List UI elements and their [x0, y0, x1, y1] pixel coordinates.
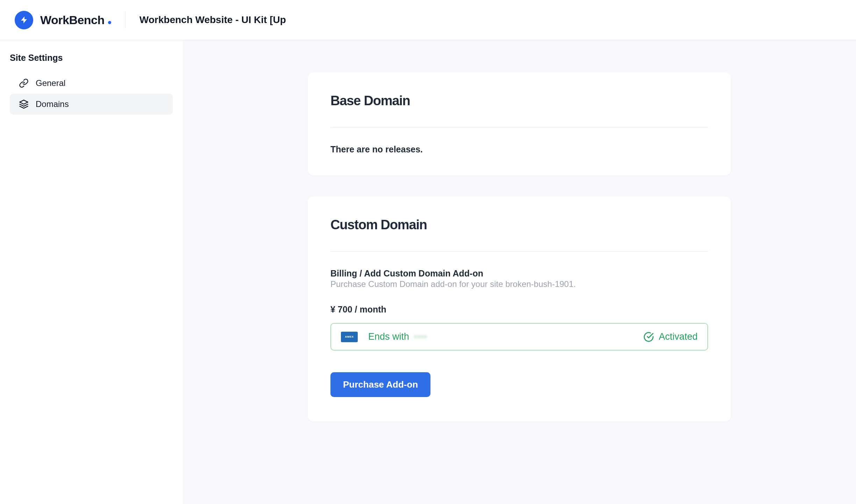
base-domain-body: There are no releases.	[330, 144, 708, 154]
card-brand-icon: AMEX	[341, 332, 358, 342]
header-divider	[125, 12, 126, 28]
svg-marker-0	[20, 100, 28, 104]
link-icon	[19, 78, 29, 88]
brand-logo-icon	[15, 11, 33, 29]
sidebar: Site Settings General Domains	[0, 40, 183, 504]
sidebar-item-label: General	[36, 78, 65, 88]
payment-ends-with: Ends with ••••	[368, 331, 427, 342]
sidebar-heading: Site Settings	[10, 53, 173, 63]
brand-dot-icon	[108, 21, 111, 24]
price-label: ¥ 700 / month	[330, 304, 708, 315]
payment-status: Activated	[643, 331, 698, 342]
app-header: WorkBench Workbench Website - UI Kit [Up	[0, 0, 856, 40]
sidebar-item-label: Domains	[36, 99, 69, 109]
payment-method-box[interactable]: AMEX Ends with •••• Activated	[330, 323, 708, 351]
card-divider	[330, 251, 708, 252]
brand-name: WorkBench	[40, 13, 111, 27]
base-domain-title: Base Domain	[330, 93, 708, 108]
base-domain-card: Base Domain There are no releases.	[308, 72, 731, 175]
billing-title: Billing / Add Custom Domain Add-on	[330, 268, 708, 279]
brand-logo-group[interactable]: WorkBench	[15, 11, 111, 29]
custom-domain-title: Custom Domain	[330, 217, 708, 232]
card-divider	[330, 127, 708, 128]
custom-domain-card: Custom Domain Billing / Add Custom Domai…	[308, 196, 731, 422]
billing-subtitle: Purchase Custom Domain add-on for your s…	[330, 279, 708, 289]
payment-masked-digits: ••••	[414, 331, 427, 342]
sidebar-item-general[interactable]: General	[10, 73, 173, 94]
purchase-addon-button[interactable]: Purchase Add-on	[330, 372, 430, 397]
layers-icon	[19, 99, 29, 109]
page-title: Workbench Website - UI Kit [Up	[140, 14, 286, 26]
bolt-icon	[20, 16, 28, 24]
check-circle-icon	[643, 332, 654, 342]
main-content: Base Domain There are no releases. Custo…	[183, 40, 856, 504]
sidebar-item-domains[interactable]: Domains	[10, 94, 173, 115]
